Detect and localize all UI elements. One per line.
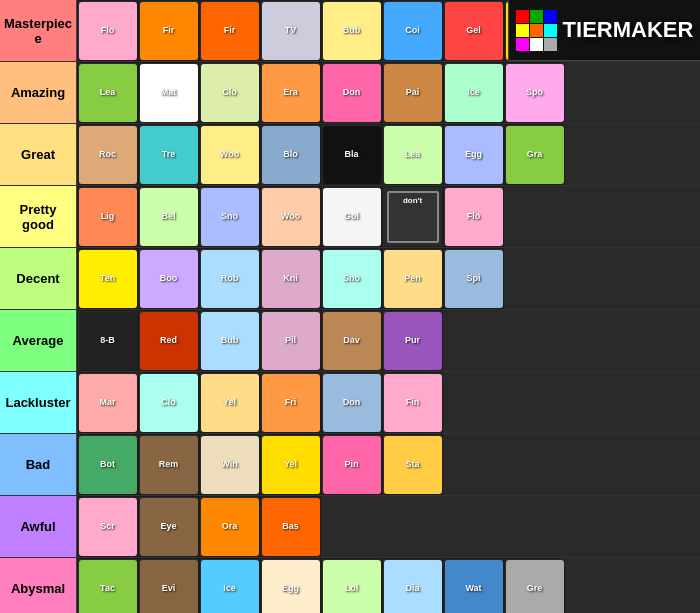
tier-item: Lol xyxy=(321,558,382,613)
tier-item: Gel xyxy=(443,0,504,61)
tier-item: Pil xyxy=(260,310,321,371)
tier-item-inner: Bub xyxy=(323,2,381,60)
tier-label-awful: Awful xyxy=(0,496,76,557)
tier-item-inner: Mar xyxy=(79,374,137,432)
tier-item: Eye xyxy=(138,496,199,557)
tier-row-abysmal: AbysmalTacEviIceEggLolDiaWatGre xyxy=(0,558,700,613)
tier-item-inner: Kni xyxy=(262,250,320,308)
tier-item-inner: Sno xyxy=(323,250,381,308)
tier-item: 8-B xyxy=(77,310,138,371)
tier-item-inner: Ice xyxy=(445,64,503,122)
tier-item-inner: Yel xyxy=(262,436,320,494)
tier-item-inner: Egg xyxy=(262,560,320,614)
tier-item-inner: Rob xyxy=(201,250,259,308)
tier-item-inner: TV xyxy=(262,2,320,60)
tier-item: Ice xyxy=(443,62,504,123)
tier-row-bad: BadBotRemWinYelPinSta xyxy=(0,434,700,496)
tier-items-awful: ScrEyeOraBas xyxy=(76,496,700,557)
tier-items-lackluster: MarCloYelFriDonFin xyxy=(76,372,700,433)
tier-item-inner: Coi xyxy=(384,2,442,60)
tier-item-inner: Bas xyxy=(262,498,320,556)
tier-item-inner: Lig xyxy=(79,188,137,246)
tier-item-inner: Ten xyxy=(79,250,137,308)
tier-list-container: TIERMAKER MasterpieceFloFirFirTVBubCoiGe… xyxy=(0,0,700,613)
tier-item: Spo xyxy=(504,62,565,123)
tier-item: Mat xyxy=(138,62,199,123)
tier-item: Lig xyxy=(77,186,138,247)
tier-item: Flo xyxy=(77,0,138,61)
tier-item-inner: Spi xyxy=(445,250,503,308)
logo-grid-cell xyxy=(544,24,557,37)
tier-item-inner: Lol xyxy=(323,560,381,614)
tier-label-abysmal: Abysmal xyxy=(0,558,76,613)
tier-items-great: RocTreWooBloBlaLeaEggGra xyxy=(76,124,700,185)
logo-grid-cell xyxy=(530,24,543,37)
tier-item: Fir xyxy=(199,0,260,61)
tier-item-inner: Eye xyxy=(140,498,198,556)
logo-grid-cell xyxy=(516,24,529,37)
tier-item-inner: Evi xyxy=(140,560,198,614)
tier-item: Pin xyxy=(321,434,382,495)
tier-item: Sno xyxy=(321,248,382,309)
tier-label-average: Average xyxy=(0,310,76,371)
tier-items-average: 8-BRedBubPilDavPur xyxy=(76,310,700,371)
tier-item-inner: Win xyxy=(201,436,259,494)
tier-item: Pai xyxy=(382,62,443,123)
tier-item: Fri xyxy=(260,372,321,433)
tier-item: Rob xyxy=(199,248,260,309)
tier-item-inner: Tre xyxy=(140,126,198,184)
tier-item: Blo xyxy=(260,124,321,185)
tier-row-awful: AwfulScrEyeOraBas xyxy=(0,496,700,558)
tier-item: Fin xyxy=(382,372,443,433)
tier-item-inner: Egg xyxy=(445,126,503,184)
tier-label-bad: Bad xyxy=(0,434,76,495)
tier-item-inner: Era xyxy=(262,64,320,122)
tier-item: Clo xyxy=(138,372,199,433)
logo-grid-cell xyxy=(544,38,557,51)
tier-label-lackluster: Lackluster xyxy=(0,372,76,433)
tier-item-inner: Gra xyxy=(506,126,564,184)
tier-item: Woo xyxy=(260,186,321,247)
logo-grid xyxy=(516,10,557,51)
tier-items-pretty-good: LigBelSnoWooGoldon'tFlo xyxy=(76,186,700,247)
tier-item-inner: Blo xyxy=(262,126,320,184)
tier-item: Bub xyxy=(321,0,382,61)
tier-item: Dav xyxy=(321,310,382,371)
tier-label-pretty-good: Pretty good xyxy=(0,186,76,247)
tier-item: Win xyxy=(199,434,260,495)
tier-item: Kni xyxy=(260,248,321,309)
tier-item: Rem xyxy=(138,434,199,495)
tier-item: Yel xyxy=(199,372,260,433)
tier-item: TV xyxy=(260,0,321,61)
tier-item: Egg xyxy=(260,558,321,613)
tier-item-inner: Woo xyxy=(201,126,259,184)
tier-item: Lea xyxy=(382,124,443,185)
tier-item: Coi xyxy=(382,0,443,61)
logo-grid-cell xyxy=(516,10,529,23)
tier-item-inner: Don xyxy=(323,64,381,122)
tier-item: Ice xyxy=(199,558,260,613)
tier-item: Don xyxy=(321,62,382,123)
logo-grid-cell xyxy=(530,10,543,23)
tier-item-inner: Boo xyxy=(140,250,198,308)
tier-item-inner: Bla xyxy=(323,126,381,184)
tier-item: Dia xyxy=(382,558,443,613)
tier-row-pretty-good: Pretty goodLigBelSnoWooGoldon'tFlo xyxy=(0,186,700,248)
tier-item-inner: Don xyxy=(323,374,381,432)
tier-item-inner: Flo xyxy=(79,2,137,60)
tier-item-inner: Flo xyxy=(445,188,503,246)
tier-item-inner: Gel xyxy=(445,2,503,60)
tier-item-inner: Clo xyxy=(140,374,198,432)
tier-item-inner: Rem xyxy=(140,436,198,494)
tier-item: Evi xyxy=(138,558,199,613)
tier-item-inner: Lea xyxy=(384,126,442,184)
tier-item: Don xyxy=(321,372,382,433)
tier-item: Era xyxy=(260,62,321,123)
tier-item: Wat xyxy=(443,558,504,613)
tier-items-decent: TenBooRobKniSnoPenSpi xyxy=(76,248,700,309)
tier-item-inner: Wat xyxy=(445,560,503,614)
tier-item-inner: 8-B xyxy=(79,312,137,370)
tier-item: Tre xyxy=(138,124,199,185)
tier-item: Mar xyxy=(77,372,138,433)
logo-grid-cell xyxy=(530,38,543,51)
